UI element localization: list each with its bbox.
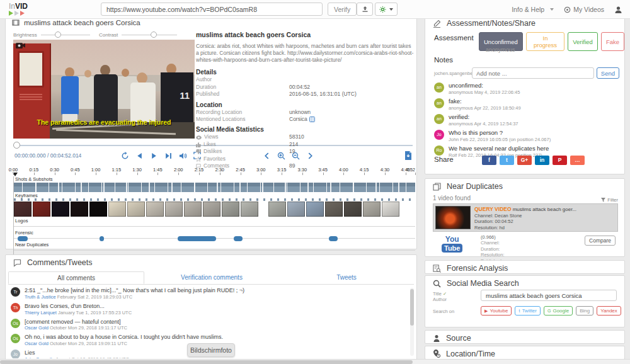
comment-item: ThBravo les Corses, d'un Breton...Thierr…: [11, 303, 405, 316]
stat-row: Views58310: [196, 134, 414, 140]
volume-button[interactable]: [178, 151, 187, 160]
keyframe-thumb[interactable]: [184, 202, 202, 217]
logos-track[interactable]: [14, 224, 415, 230]
compare-button[interactable]: Compare: [585, 236, 616, 246]
keyframe-thumb[interactable]: [363, 202, 381, 217]
comment-author-link[interactable]: Oscar Gold: [25, 325, 49, 331]
target-icon: [564, 6, 571, 13]
comments-scrollbar[interactable]: [410, 288, 414, 356]
comment-author-link[interactable]: Thierry Larquet: [25, 310, 57, 316]
share-facebook-button[interactable]: f: [482, 156, 496, 165]
map-icon[interactable]: [309, 117, 315, 122]
keyframe-thumb[interactable]: [146, 202, 164, 217]
author-checkbox-label[interactable]: Author: [433, 297, 447, 302]
title-checkbox-label[interactable]: Title ✓: [433, 291, 447, 297]
shots-subshots-track[interactable]: [14, 183, 415, 192]
my-videos-link[interactable]: My Videos: [564, 6, 604, 13]
subtitle-overlay: The paramedics are evacuating the injure…: [13, 118, 195, 126]
tick-mark: [158, 173, 158, 175]
share-pinterest-button[interactable]: P: [553, 156, 567, 165]
note-item: anunconfirmed:anonymous May 4, 2019 22:0…: [434, 82, 619, 95]
seek-handle[interactable]: [13, 142, 20, 149]
tab-verification-comments[interactable]: Verification comments: [144, 271, 279, 284]
keyframe-thumb[interactable]: [344, 202, 362, 217]
verify-button[interactable]: Verify: [328, 3, 357, 16]
keyframe-thumb[interactable]: [325, 202, 343, 217]
forensic-doc-icon: [433, 264, 441, 273]
user-icon[interactable]: [614, 6, 622, 14]
keyframe-thumb[interactable]: [306, 202, 324, 217]
scrollbar-thumb[interactable]: [0, 360, 413, 364]
play-button[interactable]: [149, 151, 158, 160]
keyframe-thumb[interactable]: [287, 202, 305, 217]
send-note-button[interactable]: Send: [597, 67, 619, 79]
keyframe-thumb[interactable]: [108, 202, 126, 217]
info-help-menu[interactable]: Info & Help: [512, 6, 554, 13]
contrast-slider[interactable]: [122, 35, 177, 35]
search-on-yandex-button[interactable]: Yandex: [597, 306, 621, 316]
in-progress-button[interactable]: In progress: [526, 32, 564, 51]
search-on-google-button[interactable]: GGoogle: [544, 306, 573, 316]
near-duplicates-track[interactable]: [14, 247, 415, 254]
location-time-panel[interactable]: Location/Time: [425, 346, 625, 360]
timeline-ruler[interactable]: 0:000:150:300:451:001:151:301:452:002:15…: [13, 167, 415, 175]
search-on-bing-button[interactable]: Bing: [576, 306, 593, 316]
source-panel[interactable]: Source: [425, 330, 625, 344]
time-display: 00:00:00.000 / 00:04:52.014: [14, 152, 81, 159]
add-note-input[interactable]: [472, 67, 594, 79]
video-title: muslims attack beach goers Corsica: [196, 31, 414, 38]
fake-button[interactable]: Fake: [601, 32, 624, 51]
keyframe-thumb[interactable]: [382, 202, 399, 217]
forensic-marker[interactable]: [18, 236, 28, 241]
horizontal-scrollbar[interactable]: [0, 359, 630, 364]
video-url-input[interactable]: [101, 3, 323, 16]
note-meta: John Feb 22, 2019 16:05:05 (on position …: [449, 137, 551, 142]
verified-button[interactable]: Verified: [568, 32, 598, 51]
query-video-card[interactable]: QUERY VIDEO muslims attack beach goer...…: [433, 203, 618, 232]
forensic-marker[interactable]: [178, 236, 216, 241]
keyframe-thumb[interactable]: [89, 202, 107, 217]
search-on-youtube-button[interactable]: ▶Youtube: [481, 306, 512, 316]
forensic-marker[interactable]: [329, 236, 338, 241]
share-google-plus-button[interactable]: G+: [517, 156, 532, 165]
share-more-button[interactable]: …: [570, 156, 585, 165]
location-pin-icon: [433, 350, 440, 358]
search-on-twitter-button[interactable]: tTwitter: [515, 306, 541, 316]
tick-mark: [385, 173, 386, 175]
next-frame-button[interactable]: [164, 151, 173, 160]
forensic-track-line[interactable]: [14, 236, 415, 242]
share-twitter-button[interactable]: t: [500, 156, 514, 165]
tab-all-comments[interactable]: All comments: [8, 271, 144, 284]
brightness-knob[interactable]: [55, 31, 61, 38]
share-linkedin-button[interactable]: in: [535, 156, 549, 165]
forensic-analysis-panel[interactable]: Forensic Analysis: [425, 260, 625, 274]
brightness-slider[interactable]: [41, 35, 90, 35]
scrollbar-thumb[interactable]: [410, 289, 414, 326]
keyframe-thumb[interactable]: [241, 202, 258, 217]
keyframe-thumb[interactable]: [14, 202, 32, 217]
video-frame[interactable]: 11 The paramedics are evacuating the inj…: [13, 40, 195, 139]
keyframe-thumb[interactable]: [127, 202, 145, 217]
avatar: Os: [11, 334, 20, 343]
keyframe-thumb[interactable]: [165, 202, 183, 217]
detail-row: Published2016-08-15, 16:31:01 (UTC): [196, 91, 414, 98]
keyframe-thumb[interactable]: [268, 202, 286, 217]
previous-frame-button[interactable]: [135, 151, 144, 160]
keyframe-thumb[interactable]: [222, 202, 239, 217]
keyframe-thumb[interactable]: [52, 202, 69, 217]
comment-author-link[interactable]: Oscar Gold: [25, 341, 49, 346]
contrast-knob[interactable]: [151, 31, 157, 38]
keyframe-thumb[interactable]: [203, 202, 220, 217]
search-query-input[interactable]: [481, 290, 617, 301]
keyframe-thumb[interactable]: [33, 202, 50, 217]
settings-button[interactable]: [375, 3, 398, 16]
forensic-marker[interactable]: [234, 236, 243, 241]
forensic-marker[interactable]: [100, 236, 105, 241]
tab-tweets[interactable]: Tweets: [279, 271, 414, 284]
comment-author-link[interactable]: John Sagnella: [25, 356, 55, 358]
comment-author-link[interactable]: Truth & Justice: [25, 294, 56, 300]
keyframe-thumb[interactable]: [71, 202, 88, 217]
filter-button[interactable]: Filter: [601, 197, 618, 203]
reload-button[interactable]: [120, 151, 129, 160]
upload-button[interactable]: [357, 3, 373, 16]
